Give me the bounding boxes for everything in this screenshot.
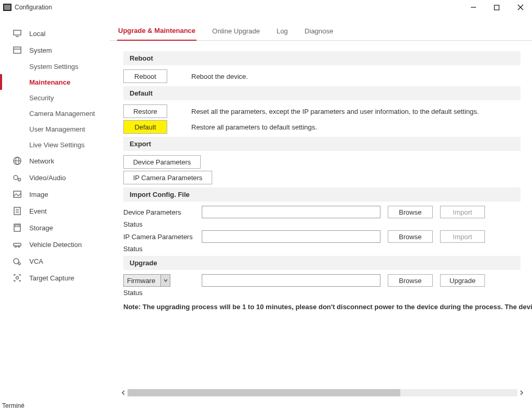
sidebar-item-storage[interactable]: Storage (0, 219, 110, 236)
svg-rect-4 (14, 30, 21, 35)
upgrade-type-select[interactable]: Firmware (123, 274, 170, 287)
svg-point-24 (18, 263, 20, 265)
app-icon (3, 4, 11, 11)
export-ip-camera-parameters-button[interactable]: IP Camera Parameters (123, 171, 212, 184)
close-button[interactable] (508, 0, 532, 15)
sidebar-item-label: Local (29, 30, 45, 38)
sidebar-item-event[interactable]: Event (0, 203, 110, 219)
sidebar-item-image[interactable]: Image (0, 186, 110, 203)
svg-rect-20 (14, 243, 21, 246)
sidebar-item-target-capture[interactable]: Target Capture (0, 269, 110, 286)
reboot-button[interactable]: Reboot (123, 69, 167, 83)
vehicle-icon (13, 240, 22, 249)
sidebar-item-user-management[interactable]: User Management (0, 121, 110, 137)
ip-camera-parameters-path-input[interactable] (202, 230, 380, 243)
event-icon (13, 206, 22, 216)
sidebar-item-label: Event (29, 207, 47, 215)
titlebar: Configuration (0, 0, 532, 15)
svg-rect-6 (14, 47, 21, 53)
window-title: Configuration (15, 4, 52, 11)
heading-reboot: Reboot (123, 51, 521, 65)
svg-rect-19 (15, 225, 19, 227)
status-bar: Terminé (0, 401, 532, 411)
tab-online-upgrade[interactable]: Online Upgrade (211, 27, 261, 40)
upgrade-button[interactable]: Upgrade (440, 274, 485, 287)
tab-diagnose[interactable]: Diagnose (304, 27, 334, 40)
heading-upgrade: Upgrade (123, 256, 521, 270)
scrollbar-thumb[interactable] (128, 389, 400, 396)
monitor-icon (13, 29, 22, 38)
default-description: Restore all parameters to default settin… (191, 123, 317, 131)
image-icon (13, 190, 22, 199)
sidebar-item-video-audio[interactable]: Video/Audio (0, 169, 110, 186)
svg-point-22 (18, 245, 19, 247)
system-icon (13, 45, 22, 55)
horizontal-scrollbar[interactable] (119, 388, 526, 397)
chevron-down-icon (160, 275, 170, 286)
sidebar-item-label: Target Capture (29, 274, 74, 282)
sidebar-item-network[interactable]: Network (0, 152, 110, 169)
sidebar-item-live-view-settings[interactable]: Live View Settings (0, 137, 110, 152)
sidebar-item-label: Video/Audio (29, 174, 66, 182)
sidebar: Local System System Settings Maintenance… (0, 15, 110, 401)
default-button[interactable]: Default (123, 120, 167, 134)
sidebar-item-label: System (29, 46, 52, 54)
svg-point-25 (16, 277, 19, 279)
svg-rect-1 (494, 5, 499, 10)
upgrade-type-value: Firmware (127, 277, 155, 285)
sidebar-item-vca[interactable]: VCA (0, 253, 110, 269)
video-audio-icon (13, 173, 22, 182)
sidebar-item-label: Network (29, 157, 54, 165)
browse-upgrade-button[interactable]: Browse (388, 274, 433, 287)
browse-device-parameters-button[interactable]: Browse (388, 206, 433, 218)
scroll-left-icon[interactable] (119, 389, 128, 397)
sidebar-item-security[interactable]: Security (0, 90, 110, 105)
sidebar-item-camera-management[interactable]: Camera Management (0, 105, 110, 121)
label-ip-camera-parameters-status: Status (123, 245, 202, 253)
sidebar-item-system-settings[interactable]: System Settings (0, 58, 110, 74)
import-ip-camera-parameters-button[interactable]: Import (440, 230, 485, 243)
label-device-parameters-status: Status (123, 220, 202, 228)
heading-export: Export (123, 137, 521, 151)
svg-point-23 (14, 259, 19, 264)
upgrade-note: Note: The upgrading process will be 1 to… (123, 303, 532, 311)
svg-point-12 (18, 179, 21, 181)
browse-ip-camera-parameters-button[interactable]: Browse (388, 230, 433, 243)
label-upgrade-status: Status (123, 289, 202, 297)
reboot-description: Reboot the device. (191, 73, 248, 80)
heading-default: Default (123, 86, 521, 100)
label-ip-camera-parameters: IP Camera Parameters (123, 233, 202, 241)
device-parameters-path-input[interactable] (202, 206, 380, 218)
status-text: Terminé (2, 402, 25, 409)
tab-bar: Upgrade & Maintenance Online Upgrade Log… (110, 15, 532, 41)
restore-description: Reset all the parameters, except the IP … (191, 108, 479, 115)
globe-icon (13, 156, 22, 166)
tab-upgrade-maintenance[interactable]: Upgrade & Maintenance (117, 27, 196, 41)
sidebar-item-local[interactable]: Local (0, 25, 110, 42)
sidebar-item-label: Vehicle Detection (29, 241, 82, 249)
upgrade-path-input[interactable] (202, 274, 380, 287)
sidebar-item-system[interactable]: System (0, 42, 110, 58)
label-device-parameters: Device Parameters (123, 208, 202, 216)
maximize-button[interactable] (485, 0, 508, 15)
sidebar-item-maintenance[interactable]: Maintenance (0, 74, 110, 90)
content-panel: Reboot Reboot Reboot the device. Default… (110, 41, 532, 401)
svg-point-11 (14, 175, 18, 180)
sidebar-item-vehicle-detection[interactable]: Vehicle Detection (0, 236, 110, 253)
tab-log[interactable]: Log (275, 27, 289, 40)
target-capture-icon (13, 273, 22, 283)
scrollbar-track[interactable] (128, 389, 517, 396)
sidebar-item-label: VCA (29, 257, 43, 265)
vca-icon (13, 256, 22, 266)
storage-icon (13, 223, 22, 232)
sidebar-item-label: Image (29, 191, 48, 198)
export-device-parameters-button[interactable]: Device Parameters (123, 155, 201, 169)
svg-point-21 (15, 245, 16, 247)
sidebar-item-label: Storage (29, 224, 53, 232)
import-device-parameters-button[interactable]: Import (440, 206, 485, 218)
heading-import: Import Config. File (123, 187, 521, 202)
minimize-button[interactable] (461, 0, 485, 15)
restore-button[interactable]: Restore (123, 104, 167, 118)
scroll-right-icon[interactable] (517, 389, 526, 397)
